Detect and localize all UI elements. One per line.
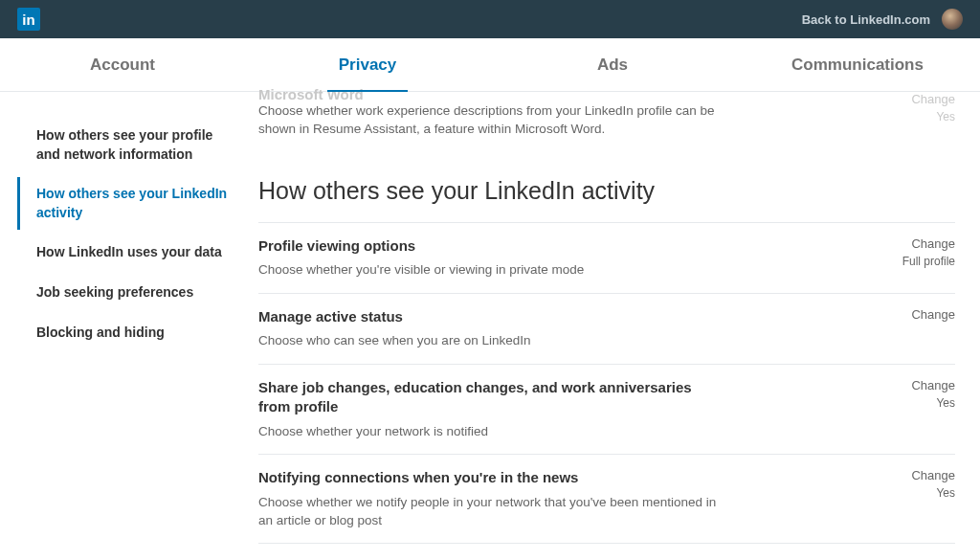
setting-profile-viewing[interactable]: Profile viewing options Choose whether y… xyxy=(258,222,955,293)
setting-right: Change Full profile xyxy=(902,236,955,268)
sidebar-item-profile-network[interactable]: How others see your profile and network … xyxy=(17,119,239,171)
setting-mentions-tags[interactable]: Mentions or tags by others Choose whethe… xyxy=(258,543,955,560)
setting-microsoft-word[interactable]: Microsoft Word Choose whether work exper… xyxy=(258,92,955,152)
setting-desc: Choose whether you're visible or viewing… xyxy=(258,261,727,280)
back-to-linkedin-link[interactable]: Back to LinkedIn.com xyxy=(802,12,930,27)
sidebar: How others see your profile and network … xyxy=(17,92,239,560)
sidebar-item-job-seeking[interactable]: Job seeking preferences xyxy=(17,276,239,310)
header-right: Back to LinkedIn.com xyxy=(802,9,963,30)
section-heading: How others see your LinkedIn activity xyxy=(258,177,955,205)
tab-account[interactable]: Account xyxy=(0,38,245,91)
setting-status: Yes xyxy=(911,110,955,123)
change-link[interactable]: Change xyxy=(902,236,955,251)
setting-desc: Choose who can see when you are on Linke… xyxy=(258,332,727,350)
setting-right: Change Yes xyxy=(911,378,955,410)
avatar[interactable] xyxy=(942,9,963,30)
setting-status: Yes xyxy=(911,486,955,500)
setting-title: Manage active status xyxy=(258,307,727,326)
tab-ads[interactable]: Ads xyxy=(490,38,735,91)
sidebar-item-uses-data[interactable]: How LinkedIn uses your data xyxy=(17,235,239,270)
setting-left: Microsoft Word Choose whether work exper… xyxy=(258,92,756,139)
change-link[interactable]: Change xyxy=(911,468,955,482)
linkedin-logo[interactable]: in xyxy=(17,8,40,31)
content: How others see your profile and network … xyxy=(0,92,980,560)
settings-tabs: Account Privacy Ads Communications xyxy=(0,38,980,92)
setting-active-status[interactable]: Manage active status Choose who can see … xyxy=(258,293,955,364)
setting-desc: Choose whether we notify people in your … xyxy=(258,494,727,530)
change-link[interactable]: Change xyxy=(911,92,955,106)
setting-title: Profile viewing options xyxy=(258,236,727,256)
global-header: in Back to LinkedIn.com xyxy=(0,0,980,38)
main-panel: Microsoft Word Choose whether work exper… xyxy=(239,92,963,560)
sidebar-item-blocking[interactable]: Blocking and hiding xyxy=(17,316,239,350)
setting-left: Profile viewing options Choose whether y… xyxy=(258,236,756,280)
setting-right: Change xyxy=(911,307,955,325)
sidebar-item-linkedin-activity[interactable]: How others see your LinkedIn activity xyxy=(17,177,239,230)
setting-left: Share job changes, education changes, an… xyxy=(258,378,756,440)
setting-desc: Choose whether work experience descripti… xyxy=(258,102,727,139)
setting-right: Change Yes xyxy=(911,92,955,123)
change-link[interactable]: Change xyxy=(911,378,955,392)
setting-share-changes[interactable]: Share job changes, education changes, an… xyxy=(258,364,955,454)
change-link[interactable]: Change xyxy=(911,307,955,322)
setting-left: Notifying connections when you're in the… xyxy=(258,468,756,529)
setting-desc: Choose whether your network is notified xyxy=(258,423,727,441)
setting-title: Share job changes, education changes, an… xyxy=(258,378,727,417)
tab-communications[interactable]: Communications xyxy=(735,38,980,91)
setting-status: Yes xyxy=(911,396,955,410)
setting-title: Notifying connections when you're in the… xyxy=(258,468,727,487)
tab-privacy[interactable]: Privacy xyxy=(245,38,490,91)
setting-right: Change Yes xyxy=(911,468,955,500)
setting-notifying-news[interactable]: Notifying connections when you're in the… xyxy=(258,454,955,543)
setting-status: Full profile xyxy=(902,255,955,268)
setting-left: Manage active status Choose who can see … xyxy=(258,307,756,350)
